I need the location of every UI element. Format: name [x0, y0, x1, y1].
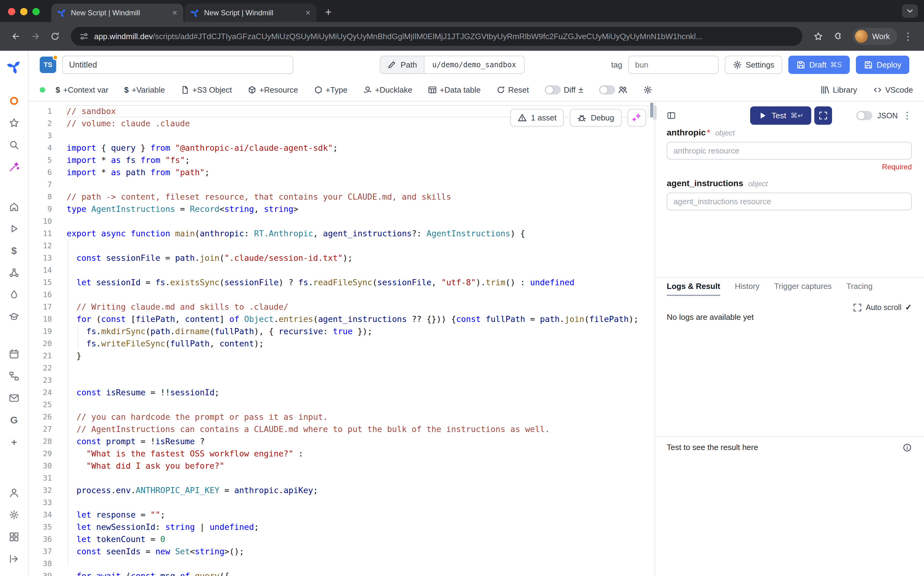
code-line[interactable]: 13 const sessionFile = path.join(".claud… [29, 252, 654, 264]
code-line[interactable]: 8// path -> content, fileset resource, t… [29, 191, 654, 203]
code-line[interactable]: 37 const seenIds = new Set<string>(); [29, 546, 654, 558]
code-line[interactable]: 31 [29, 472, 654, 484]
code-line[interactable]: 17 // Writing claude.md and skills to .c… [29, 301, 654, 313]
code-line[interactable]: 26 // you can hardcode the prompt or pas… [29, 411, 654, 423]
code-line[interactable]: 33 [29, 496, 654, 509]
multiplayer-toggle[interactable] [599, 85, 615, 94]
tab-search-button[interactable] [902, 4, 918, 18]
code-line[interactable]: 20 fs.writeFileSync(fullPath, content); [29, 338, 654, 350]
sidebar-item-apps[interactable] [7, 530, 21, 544]
code-line[interactable]: 4import { query } from "@anthropic-ai/cl… [29, 142, 654, 154]
sidebar-item-runs[interactable] [7, 221, 21, 236]
draft-button[interactable]: Draft⌘S [788, 56, 850, 74]
sidebar-item-google[interactable]: G [7, 413, 21, 427]
deploy-button[interactable]: Deploy [856, 56, 909, 74]
tab-trigger-captures[interactable]: Trigger captures [774, 278, 832, 296]
code-line[interactable]: 12 [29, 240, 654, 252]
code-line[interactable]: 16 [29, 289, 654, 301]
sidebar-item-triggers[interactable] [7, 287, 21, 302]
sidebar-item-search[interactable] [7, 138, 21, 152]
sidebar-item-schedules[interactable] [7, 347, 21, 362]
code-line[interactable]: 25 [29, 399, 654, 411]
toolbar-button--variable[interactable]: $+Variable [124, 85, 165, 95]
script-name-input[interactable] [62, 56, 293, 74]
sidebar-item-add[interactable]: + [7, 435, 21, 450]
code-line[interactable]: 22 [29, 362, 654, 374]
sidebar-item-ai-assistant[interactable] [7, 160, 21, 174]
code-line[interactable]: 32 process.env.ANTHROPIC_API_KEY = anthr… [29, 484, 654, 496]
json-toggle[interactable] [857, 111, 872, 120]
tab-tracing[interactable]: Tracing [846, 278, 873, 296]
anthropic-input[interactable] [667, 142, 912, 160]
toolbar-button-reset[interactable]: Reset [496, 85, 529, 95]
sidebar-item-home[interactable] [7, 199, 21, 214]
code-line[interactable]: 15 let sessionId = fs.existsSync(session… [29, 277, 654, 289]
panel-menu-button[interactable]: ⋮ [903, 111, 912, 120]
code-line[interactable]: 29 "What is the fastest OSS workflow eng… [29, 448, 654, 460]
sidebar-item-collapse-sidebar[interactable] [7, 552, 21, 566]
sidebar-item-learn[interactable] [7, 309, 21, 324]
debug-button[interactable]: Debug [570, 109, 621, 126]
close-window-button[interactable] [8, 8, 15, 15]
sidebar-item-windmill-logo[interactable] [7, 59, 21, 74]
close-tab-icon[interactable]: × [172, 8, 177, 17]
vscode-button[interactable]: VScode [873, 85, 913, 95]
expand-logs-icon[interactable] [853, 303, 862, 312]
bookmark-star-icon[interactable] [810, 28, 827, 45]
toolbar-button--s3-object[interactable]: +S3 Object [181, 85, 232, 95]
tab-history[interactable]: History [735, 278, 760, 296]
maximize-window-button[interactable] [32, 8, 40, 15]
code-line[interactable]: 6import * as path from "path"; [29, 166, 654, 179]
sidebar-item-flows[interactable] [7, 369, 21, 383]
library-button[interactable]: Library [820, 85, 857, 95]
back-button[interactable] [7, 28, 24, 45]
profile-chip[interactable]: Work [852, 28, 897, 45]
browser-tab[interactable]: New Script | Windmill× [185, 4, 316, 22]
code-line[interactable]: 11export async function main(anthropic: … [29, 227, 654, 240]
code-line[interactable]: 27 // AgentInstructions can contains a C… [29, 423, 654, 435]
code-line[interactable]: 24 const isResume = !!sessionId; [29, 386, 654, 399]
sidebar-item-variables[interactable]: $ [7, 243, 21, 258]
forward-button[interactable] [27, 28, 44, 45]
code-line[interactable]: 9type AgentInstructions = Record<string,… [29, 203, 654, 215]
editor-settings-icon[interactable] [643, 85, 653, 94]
site-settings-icon[interactable] [80, 32, 89, 41]
result-divider[interactable] [655, 436, 924, 437]
expand-test-button[interactable] [814, 106, 832, 125]
sidebar-item-inbox[interactable] [7, 391, 21, 405]
toolbar-button--context-var[interactable]: $+Context var [56, 85, 109, 95]
toolbar-button--ducklake[interactable]: +Ducklake [363, 85, 412, 95]
browser-menu-button[interactable]: ⋮ [900, 28, 917, 45]
browser-tab[interactable]: New Script | Windmill× [51, 4, 184, 22]
code-editor[interactable]: 1// sandbox2// volume: claude .claude34i… [29, 101, 654, 576]
sidebar-item-settings[interactable] [7, 507, 21, 522]
code-line[interactable]: 39 for await (const msg of query({ [29, 570, 654, 576]
settings-button[interactable]: Settings [725, 56, 782, 74]
code-line[interactable]: 18 for (const [filePath, content] of Obj… [29, 313, 654, 325]
test-button[interactable]: Test⌘↵ [750, 106, 811, 125]
address-bar[interactable]: app.windmill.dev/scripts/add#JTdCJTIyaGF… [71, 27, 803, 46]
sidebar-item-favorites[interactable] [7, 115, 21, 130]
code-line[interactable]: 23 [29, 374, 654, 386]
sidebar-item-resources[interactable] [7, 266, 21, 280]
code-line[interactable]: 7 [29, 179, 654, 191]
diff-control[interactable]: Diff± [545, 85, 583, 95]
ai-generate-button[interactable] [627, 109, 646, 126]
edit-path-button[interactable]: Path [380, 56, 424, 74]
code-line[interactable]: 35 let newSessionId: string | undefined; [29, 521, 654, 533]
script-path-value[interactable]: u/demo/demo_sandbox [424, 56, 524, 74]
diff-toggle[interactable] [545, 85, 561, 94]
tag-input[interactable] [628, 56, 719, 74]
tab-logs-result[interactable]: Logs & Result [667, 278, 720, 296]
toolbar-button--resource[interactable]: +Resource [248, 85, 298, 95]
code-line[interactable]: 5import * as fs from "fs"; [29, 154, 654, 166]
code-line[interactable]: 14 [29, 264, 654, 277]
code-line[interactable]: 30 "What did I ask you before?" [29, 460, 654, 472]
code-line[interactable]: 10 [29, 215, 654, 227]
code-line[interactable]: 19 fs.mkdirSync(path.dirname(fullPath), … [29, 325, 654, 338]
toolbar-button--data-table[interactable]: +Data table [428, 85, 480, 95]
code-line[interactable]: 38 [29, 558, 654, 570]
new-tab-button[interactable]: + [325, 7, 332, 18]
code-line[interactable]: 34 let response = ""; [29, 509, 654, 521]
code-line[interactable]: 21 } [29, 350, 654, 362]
